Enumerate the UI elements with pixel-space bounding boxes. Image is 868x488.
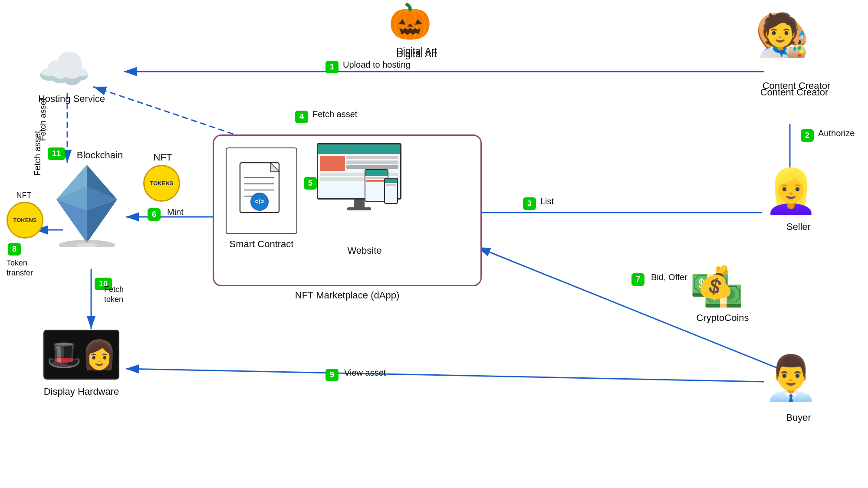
seller-icon: 👱‍♀️ [764, 169, 818, 213]
seller-label: Seller [764, 221, 833, 233]
step-7-badge: 7 [631, 273, 644, 286]
fetch-asset-side-label: Fetch asset [38, 98, 48, 141]
step-1-label: Upload to hosting [343, 60, 411, 70]
nft-token-left-text: TOKENS [13, 217, 37, 223]
step-2-label: Authorize [818, 128, 855, 138]
blockchain-label: Blockchain [61, 150, 139, 161]
step-3-badge: 3 [523, 197, 536, 210]
cryptocoins-label: CryptoCoins [684, 312, 762, 324]
website-box [317, 143, 401, 210]
step-9-label: View asset [344, 368, 386, 378]
step-6-badge: 6 [148, 208, 161, 221]
smart-contract-box: </> [226, 147, 297, 234]
website-label: Website [330, 245, 399, 256]
digital-art-icon: 🎃 [388, 4, 432, 39]
step-6-label: Mint [167, 207, 184, 217]
step-7-label: Bid, Offer [651, 272, 687, 282]
content-creator-illustration: 🧑‍🎨 [757, 11, 809, 59]
svg-point-22 [76, 243, 98, 247]
svg-text:</>: </> [254, 198, 264, 205]
step-2-badge: 2 [801, 129, 814, 142]
content-creator-label2: Content Creator [751, 80, 842, 92]
marketplace-label: NFT Marketplace (dApp) [213, 290, 482, 301]
step-1-badge: 1 [326, 61, 339, 73]
blockchain-diamond [52, 160, 122, 247]
step-10-label: Fetchtoken [104, 285, 124, 305]
step-3-label: List [540, 197, 554, 206]
step-4-badge: 4 [295, 111, 308, 123]
nft-top-label: NFT [145, 152, 180, 163]
step-4-label: Fetch asset [312, 109, 357, 119]
smart-contract-label: Smart Contract [221, 239, 302, 250]
svg-line-10 [126, 369, 764, 382]
digital-art-label2: Digital Art [373, 49, 460, 60]
diagram-container: 🎃 Digital Art 🎨 👷 Content Creator 👱‍♀️ S… [0, 0, 868, 488]
step-8-label: Tokentransfer [7, 258, 33, 278]
nft-token-text: TOKENS [150, 180, 174, 187]
nft-left-label: NFT [9, 191, 39, 200]
smart-contract-doc: </> [236, 160, 288, 221]
nft-token-coin: TOKENS [143, 165, 180, 202]
step-5-badge: 5 [304, 177, 317, 190]
buyer-label: Buyer [770, 412, 827, 423]
step-8-badge: 8 [8, 243, 21, 255]
hosting-cloud-icon: ☁️ [37, 43, 91, 95]
buyer-icon: 👨‍💼 [764, 356, 818, 399]
step-11-badge: 11 [48, 147, 65, 160]
nft-token-left: TOKENS [7, 202, 43, 239]
display-hardware-label: Display Hardware [33, 386, 130, 397]
cryptocoins-icon3: 💰 [697, 267, 734, 297]
display-hardware: 🎩👩 [43, 330, 119, 380]
step-9-badge: 9 [326, 369, 339, 381]
